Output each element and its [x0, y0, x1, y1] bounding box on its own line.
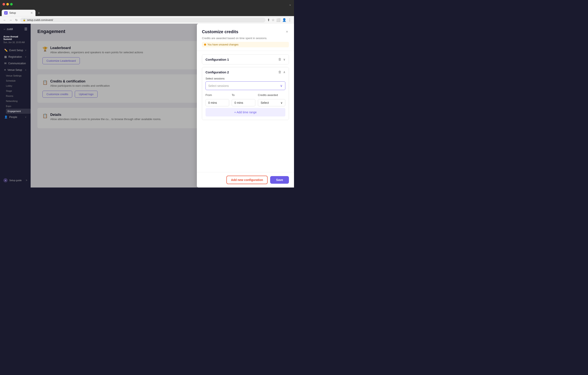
- config-1-collapse-icon[interactable]: ∨: [283, 58, 285, 61]
- address-bar: ← → ↻ 🔒 setup.zuddl.com/event/ ⬆ ☆ ⬜ 👤 ⋮: [0, 16, 294, 24]
- modal-title: Customize credits: [202, 29, 238, 34]
- select-sessions-placeholder: Select sessions: [208, 84, 229, 88]
- credits-awarded-dropdown[interactable]: Select ∨: [258, 99, 285, 106]
- warning-text: You have unsaved changes: [207, 43, 239, 46]
- sidebar-item-label: Event Setup: [9, 49, 23, 52]
- hamburger-icon[interactable]: ☰: [24, 27, 27, 31]
- event-name: Acme Annual Summit: [0, 35, 31, 41]
- modal-body: Configuration 1 🗑 ∨ Configuration 2 🗑 ∧: [197, 51, 294, 172]
- from-group: From: [206, 93, 229, 106]
- config-1-actions: 🗑 ∨: [278, 57, 285, 61]
- chevron-down-icon: ∨: [25, 49, 26, 51]
- sidebar-item-communication[interactable]: ✉ Communication: [1, 60, 30, 66]
- tab-label: Setup: [9, 11, 16, 14]
- config-1-item: Configuration 1 🗑 ∨: [202, 54, 289, 65]
- registration-icon: ▦: [4, 55, 7, 58]
- people-icon: 👤: [4, 115, 8, 119]
- sidebar-item-venue-setup[interactable]: ≡ Venue Setup ∧: [1, 66, 30, 73]
- new-tab-button[interactable]: +: [36, 10, 42, 16]
- bookmark-icon[interactable]: ☆: [272, 18, 274, 22]
- share-icon[interactable]: ⬆: [267, 18, 270, 22]
- config-2-delete-icon[interactable]: 🗑: [278, 70, 282, 74]
- sidebar-item-label: People: [9, 116, 17, 119]
- sidebar: ← zuddl ☰ Acme Annual Summit Sun, Jun 18…: [0, 24, 31, 188]
- setup-guide-label: Setup guide: [9, 179, 22, 182]
- sidebar-sub-networking[interactable]: Networking: [6, 99, 31, 104]
- back-arrow-icon: ←: [3, 28, 6, 31]
- credits-awarded-label: Credits awarded: [258, 93, 285, 97]
- maximize-button[interactable]: [10, 3, 13, 5]
- credits-value: Select: [261, 101, 269, 104]
- communication-icon: ✉: [4, 62, 7, 65]
- sidebar-item-label: Communication: [8, 62, 26, 65]
- modal-close-button[interactable]: ×: [285, 29, 289, 35]
- sidebar-item-label: Venue Setup: [8, 68, 22, 71]
- config-1-title: Configuration 1: [206, 58, 229, 61]
- config-1-header[interactable]: Configuration 1 🗑 ∨: [202, 55, 289, 64]
- url-input[interactable]: 🔒 setup.zuddl.com/event/: [20, 18, 265, 22]
- to-label: To: [232, 93, 255, 97]
- main-content: Engagement 🏆 Leaderboard Allow attendees…: [31, 24, 294, 188]
- forward-nav-button[interactable]: →: [9, 18, 13, 22]
- active-tab[interactable]: Z Setup ✕: [2, 10, 35, 16]
- to-group: To: [232, 93, 255, 106]
- tab-favicon: Z: [4, 11, 8, 15]
- venue-setup-icon: ≡: [4, 68, 6, 71]
- config-2-item: Configuration 2 🗑 ∧ Select sessions Sele…: [202, 67, 289, 120]
- sidebar-sub-rooms[interactable]: Rooms: [6, 93, 31, 99]
- time-range-row: From To Credits awarded Select: [206, 93, 285, 106]
- reload-button[interactable]: ↻: [14, 18, 19, 22]
- credits-awarded-group: Credits awarded Select ∨: [258, 93, 285, 106]
- modal-subtitle: Credits are awarded based on time spent …: [202, 37, 289, 40]
- select-sessions-label: Select sessions: [206, 77, 285, 80]
- tab-close-icon[interactable]: ✕: [31, 11, 33, 15]
- add-new-configuration-button[interactable]: Add new configuration: [226, 176, 268, 184]
- setup-guide-arrow-icon: >: [26, 179, 27, 182]
- config-1-delete-icon[interactable]: 🗑: [278, 57, 282, 61]
- select-sessions-group: Select sessions Select sessions ∨: [206, 77, 285, 90]
- browser-actions: ⬆ ☆ ⬜ 👤 ⋮: [267, 18, 292, 22]
- sidebar-header: ← zuddl ☰: [0, 27, 31, 35]
- logo-text: zuddl: [7, 28, 13, 31]
- more-options-icon[interactable]: ⋮: [288, 18, 292, 22]
- config-2-actions: 🗑 ∧: [278, 70, 285, 74]
- chevron-up-icon: ∧: [25, 69, 26, 71]
- url-text: setup.zuddl.com/event/: [27, 19, 53, 22]
- window-controls[interactable]: ⌄: [289, 2, 292, 6]
- from-label: From: [206, 93, 229, 97]
- event-setup-icon: ✏️: [4, 49, 8, 52]
- warning-dot-icon: [204, 44, 206, 46]
- save-button[interactable]: Save: [270, 176, 289, 184]
- traffic-lights: [2, 3, 13, 5]
- customize-credits-modal: Customize credits × Credits are awarded …: [197, 24, 294, 188]
- logo-back-link[interactable]: ← zuddl: [3, 28, 13, 31]
- unsaved-changes-badge: You have unsaved changes: [202, 42, 289, 47]
- sidebar-sub-expo[interactable]: Expo: [6, 104, 31, 109]
- sidebar-item-registration[interactable]: ▦ Registration ∨: [1, 54, 30, 60]
- split-view-icon[interactable]: ⬜: [276, 18, 281, 22]
- event-date: Sun, Jun 18, 10:00 AM: [0, 41, 31, 47]
- profile-icon[interactable]: 👤: [282, 18, 286, 22]
- from-input[interactable]: [206, 99, 229, 106]
- sidebar-sub-engagement[interactable]: Engagement: [6, 109, 31, 114]
- add-time-range-button[interactable]: + Add time range: [206, 108, 285, 116]
- close-button[interactable]: [2, 3, 5, 5]
- to-input[interactable]: [232, 99, 255, 106]
- setup-guide-item[interactable]: ★ Setup guide >: [0, 176, 31, 184]
- sidebar-sub-stage[interactable]: Stage: [6, 88, 31, 93]
- chevron-down-icon: ∨: [25, 55, 26, 58]
- sidebar-sub-venue-settings[interactable]: Venue Settings: [6, 73, 31, 78]
- select-sessions-dropdown[interactable]: Select sessions ∨: [206, 81, 285, 90]
- sidebar-item-people[interactable]: 👤 People ∨: [1, 114, 30, 120]
- config-2-header[interactable]: Configuration 2 🗑 ∧: [202, 67, 289, 77]
- venue-submenu: Venue Settings Schedule Lobby Stage Room…: [0, 73, 31, 114]
- minimize-button[interactable]: [6, 3, 9, 5]
- sidebar-sub-lobby[interactable]: Lobby: [6, 83, 31, 88]
- credits-chevron-down-icon: ∨: [281, 101, 283, 104]
- back-nav-button[interactable]: ←: [2, 18, 7, 22]
- config-2-collapse-icon[interactable]: ∧: [283, 70, 285, 74]
- sessions-chevron-down-icon: ∨: [280, 84, 283, 88]
- sidebar-item-label: Registration: [9, 55, 22, 58]
- sidebar-item-event-setup[interactable]: ✏️ Event Setup ∨: [1, 47, 30, 54]
- sidebar-sub-schedule[interactable]: Schedule: [6, 78, 31, 83]
